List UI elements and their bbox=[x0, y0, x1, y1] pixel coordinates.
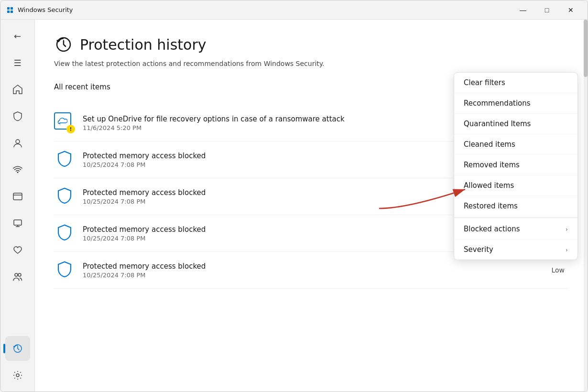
health-icon bbox=[12, 245, 23, 255]
cleaned-label: Cleaned items bbox=[464, 140, 515, 149]
shield-nav-icon bbox=[12, 111, 23, 121]
onedrive-icon-wrapper: ! bbox=[54, 112, 75, 133]
dropdown-item-restored[interactable]: Restored items bbox=[454, 196, 577, 217]
scrollbar-thumb[interactable] bbox=[584, 20, 588, 77]
sidebar-item-family[interactable] bbox=[5, 264, 30, 289]
browser-icon bbox=[12, 191, 23, 202]
svg-rect-2 bbox=[7, 11, 10, 13]
warning-badge-icon: ! bbox=[66, 125, 75, 133]
sidebar-item-account[interactable] bbox=[5, 131, 30, 155]
scrollbar-track bbox=[584, 20, 588, 392]
dropdown-item-severity[interactable]: Severity › bbox=[454, 240, 577, 260]
title-bar-controls: — □ ✕ bbox=[512, 2, 582, 18]
clear-filters-label: Clear filters bbox=[464, 78, 505, 87]
title-bar-left: Windows Security bbox=[6, 6, 73, 14]
item-title: Protected memory access blocked bbox=[83, 225, 417, 234]
sidebar-item-device[interactable] bbox=[5, 211, 30, 236]
item-severity: Low bbox=[551, 266, 568, 274]
svg-point-10 bbox=[15, 273, 18, 276]
allowed-label: Allowed items bbox=[464, 181, 514, 190]
dropdown-item-removed[interactable]: Removed items bbox=[454, 155, 577, 175]
dropdown-item-quarantined[interactable]: Quarantined Items bbox=[454, 114, 577, 134]
page-icon bbox=[54, 35, 73, 54]
svg-point-13 bbox=[16, 374, 19, 377]
svg-rect-0 bbox=[7, 7, 10, 10]
minimize-button[interactable]: — bbox=[512, 2, 534, 18]
sidebar-item-shield[interactable] bbox=[5, 104, 30, 129]
shield-blue-icon bbox=[55, 224, 74, 242]
shield-icon-wrapper bbox=[54, 149, 75, 170]
page-subtitle: View the latest protection actions and r… bbox=[54, 60, 568, 67]
svg-rect-3 bbox=[11, 11, 13, 13]
dropdown-item-recommendations[interactable]: Recommendations bbox=[454, 93, 577, 114]
sidebar-item-home[interactable] bbox=[5, 77, 30, 102]
page-title: Protection history bbox=[80, 36, 207, 53]
svg-point-4 bbox=[16, 140, 20, 143]
sidebar-item-health[interactable] bbox=[5, 238, 30, 262]
dropdown-item-cleaned[interactable]: Cleaned items bbox=[454, 134, 577, 155]
dropdown-divider bbox=[454, 218, 577, 218]
shield-blue-icon bbox=[55, 261, 74, 279]
sidebar-item-network[interactable] bbox=[5, 157, 30, 182]
recommendations-label: Recommendations bbox=[464, 99, 531, 108]
shield-blue-icon bbox=[55, 187, 74, 206]
quarantined-label: Quarantined Items bbox=[464, 120, 531, 128]
sidebar-item-settings[interactable] bbox=[5, 363, 30, 388]
app-body: ← ☰ bbox=[0, 20, 588, 392]
cloud-icon bbox=[58, 117, 67, 125]
item-date: 10/25/2024 7:08 PM bbox=[83, 272, 544, 279]
sidebar-item-browser[interactable] bbox=[5, 184, 30, 209]
family-icon bbox=[12, 272, 23, 282]
sidebar-item-history[interactable] bbox=[5, 336, 30, 361]
shield-blue-icon bbox=[55, 151, 74, 169]
sidebar-item-back[interactable]: ← bbox=[5, 23, 30, 48]
item-title: Set up OneDrive for file recovery option… bbox=[83, 115, 417, 123]
chevron-right-icon: › bbox=[566, 246, 568, 253]
network-icon bbox=[12, 164, 23, 175]
settings-icon bbox=[12, 370, 23, 381]
page-header: Protection history bbox=[54, 35, 568, 54]
removed-label: Removed items bbox=[464, 161, 520, 169]
device-icon bbox=[12, 218, 23, 229]
svg-rect-5 bbox=[13, 193, 22, 200]
person-icon bbox=[12, 138, 23, 148]
history-page-icon bbox=[55, 36, 72, 53]
sidebar: ← ☰ bbox=[0, 20, 35, 392]
app-window: Windows Security — □ ✕ ← ☰ bbox=[0, 0, 588, 392]
shield-icon-wrapper bbox=[54, 223, 75, 244]
svg-point-11 bbox=[18, 273, 21, 276]
maximize-button[interactable]: □ bbox=[536, 2, 558, 18]
shield-icon-wrapper bbox=[54, 260, 75, 281]
main-content: Protection history View the latest prote… bbox=[35, 20, 588, 392]
item-title: Protected memory access blocked bbox=[83, 188, 417, 197]
title-bar: Windows Security — □ ✕ bbox=[0, 0, 588, 20]
dropdown-item-clear[interactable]: Clear filters bbox=[454, 73, 577, 93]
item-title: Protected memory access blocked bbox=[83, 262, 417, 271]
item-text: Protected memory access blocked 10/25/20… bbox=[83, 262, 544, 279]
dropdown-item-blocked-actions[interactable]: Blocked actions › bbox=[454, 219, 577, 240]
severity-label: Severity bbox=[464, 245, 493, 254]
blocked-actions-label: Blocked actions bbox=[464, 225, 520, 233]
filters-dropdown: Clear filters Recommendations Quarantine… bbox=[454, 72, 578, 260]
home-icon bbox=[12, 84, 23, 95]
svg-rect-1 bbox=[11, 7, 13, 10]
dropdown-item-allowed[interactable]: Allowed items bbox=[454, 175, 577, 196]
svg-rect-7 bbox=[14, 220, 22, 225]
window-title: Windows Security bbox=[18, 6, 73, 13]
onedrive-composite-icon: ! bbox=[54, 112, 75, 133]
shield-icon-wrapper bbox=[54, 186, 75, 207]
history-icon bbox=[12, 343, 23, 354]
all-recent-label: All recent items bbox=[54, 83, 110, 91]
item-title: Protected memory access blocked bbox=[83, 152, 417, 160]
restored-label: Restored items bbox=[464, 202, 518, 210]
app-icon bbox=[6, 6, 14, 14]
chevron-right-icon: › bbox=[566, 226, 568, 233]
close-button[interactable]: ✕ bbox=[560, 2, 582, 18]
sidebar-item-menu[interactable]: ☰ bbox=[5, 50, 30, 75]
